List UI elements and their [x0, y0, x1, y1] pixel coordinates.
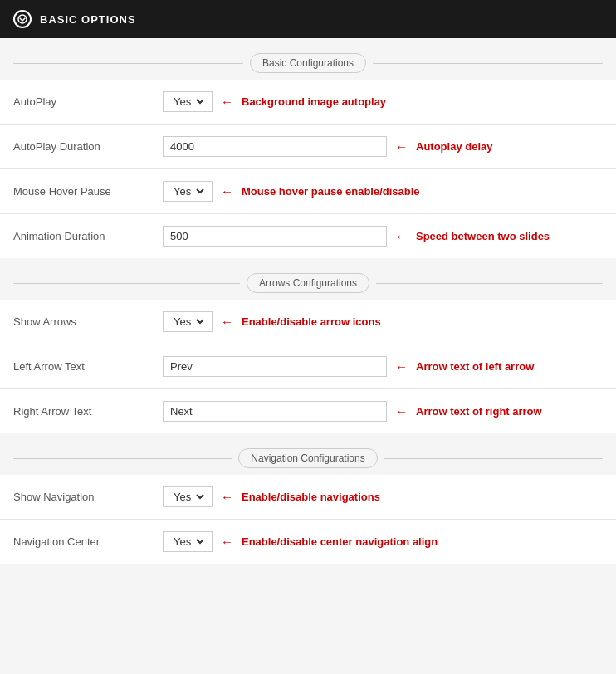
- left-arrow-text-input-wrap: ← Arrow text of left arrow: [163, 356, 603, 377]
- navigation-config-label: Navigation Configurations: [238, 448, 377, 468]
- mouse-hover-pause-select[interactable]: Yes No: [169, 184, 207, 198]
- animation-duration-input[interactable]: [163, 226, 387, 247]
- animation-duration-input-wrap: ← Speed between two slides: [163, 226, 603, 247]
- left-arrow-text-annotation-text: Arrow text of left arrow: [416, 360, 534, 373]
- mouse-hover-pause-annotation: ← Mouse hover pause enable/disable: [221, 184, 420, 198]
- left-arrow-text-annotation: ← Arrow text of left arrow: [395, 359, 534, 374]
- right-arrow-text-row: Right Arrow Text ← Arrow text of right a…: [0, 389, 616, 433]
- show-arrows-annotation: ← Enable/disable arrow icons: [221, 315, 381, 329]
- basic-config-label: Basic Configurations: [250, 53, 366, 73]
- left-arrow-text-label: Left Arrow Text: [13, 360, 163, 373]
- right-arrow-text-annotation: ← Arrow text of right arrow: [395, 404, 542, 418]
- show-navigation-row: Show Navigation Yes No ← Enable/disable …: [0, 475, 616, 520]
- svg-point-0: [18, 15, 27, 23]
- autoplay-annotation: ← Background image autoplay: [221, 95, 386, 109]
- mouse-hover-pause-annotation-text: Mouse hover pause enable/disable: [242, 185, 420, 198]
- autoplay-input-wrap: Yes No ← Background image autoplay: [163, 91, 603, 112]
- right-arrow-text-annotation-text: Arrow text of right arrow: [416, 405, 542, 418]
- show-navigation-select-wrap[interactable]: Yes No: [163, 486, 213, 507]
- show-navigation-annotation: ← Enable/disable navigations: [221, 490, 380, 504]
- basic-configurations-group: Basic Configurations AutoPlay Yes No ← B…: [0, 53, 616, 258]
- autoplay-select[interactable]: Yes No: [169, 95, 207, 109]
- show-arrows-input-wrap: Yes No ← Enable/disable arrow icons: [163, 311, 603, 332]
- mouse-hover-pause-select-wrap[interactable]: Yes No: [163, 181, 213, 202]
- left-arrow-text-arrow-icon: ←: [395, 359, 408, 374]
- mouse-hover-pause-arrow-icon: ←: [221, 184, 233, 198]
- show-arrows-annotation-text: Enable/disable arrow icons: [242, 315, 381, 328]
- right-arrow-text-input-wrap: ← Arrow text of right arrow: [163, 401, 603, 422]
- mouse-hover-pause-row: Mouse Hover Pause Yes No ← Mouse hover p…: [0, 169, 616, 214]
- panel-content: Basic Configurations AutoPlay Yes No ← B…: [0, 53, 616, 564]
- mouse-hover-pause-label: Mouse Hover Pause: [13, 185, 163, 198]
- right-arrow-text-input[interactable]: [163, 401, 387, 422]
- navigation-center-annotation: ← Enable/disable center navigation align: [221, 535, 438, 549]
- panel-header: BASIC OPTIONS: [0, 0, 616, 38]
- animation-duration-label: Animation Duration: [13, 230, 163, 242]
- collapse-icon[interactable]: [13, 10, 32, 28]
- animation-duration-row: Animation Duration ← Speed between two s…: [0, 214, 616, 258]
- navigation-center-annotation-text: Enable/disable center navigation align: [242, 535, 438, 548]
- autoplay-arrow-icon: ←: [221, 95, 233, 109]
- autoplay-duration-row: AutoPlay Duration ← Autoplay delay: [0, 125, 616, 169]
- autoplay-duration-arrow-icon: ←: [395, 139, 408, 154]
- arrows-config-label: Arrows Configurations: [247, 273, 369, 293]
- autoplay-duration-input[interactable]: [163, 136, 387, 157]
- right-arrow-text-label: Right Arrow Text: [13, 405, 163, 418]
- show-navigation-arrow-icon: ←: [221, 490, 233, 504]
- autoplay-duration-annotation: ← Autoplay delay: [395, 139, 492, 154]
- basic-config-divider: Basic Configurations: [13, 53, 603, 73]
- navigation-center-select-wrap[interactable]: Yes No: [163, 531, 213, 552]
- right-arrow-text-arrow-icon: ←: [395, 404, 408, 418]
- show-navigation-annotation-text: Enable/disable navigations: [242, 491, 380, 503]
- show-navigation-label: Show Navigation: [13, 491, 163, 503]
- autoplay-label: AutoPlay: [13, 95, 163, 108]
- navigation-center-row: Navigation Center Yes No ← Enable/disabl…: [0, 520, 616, 564]
- animation-duration-annotation: ← Speed between two slides: [395, 229, 550, 243]
- navigation-center-arrow-icon: ←: [221, 535, 233, 549]
- show-navigation-input-wrap: Yes No ← Enable/disable navigations: [163, 486, 603, 507]
- arrows-configurations-group: Arrows Configurations Show Arrows Yes No…: [0, 273, 616, 433]
- show-arrows-select[interactable]: Yes No: [169, 315, 207, 329]
- navigation-configurations-group: Navigation Configurations Show Navigatio…: [0, 448, 616, 564]
- navigation-config-divider: Navigation Configurations: [13, 448, 603, 468]
- navigation-center-select[interactable]: Yes No: [169, 535, 207, 549]
- autoplay-select-wrap[interactable]: Yes No: [163, 91, 213, 112]
- autoplay-annotation-text: Background image autoplay: [242, 95, 386, 108]
- left-arrow-text-row: Left Arrow Text ← Arrow text of left arr…: [0, 344, 616, 389]
- panel-title: BASIC OPTIONS: [40, 13, 136, 26]
- autoplay-duration-input-wrap: ← Autoplay delay: [163, 136, 603, 157]
- show-navigation-select[interactable]: Yes No: [169, 490, 207, 504]
- navigation-center-input-wrap: Yes No ← Enable/disable center navigatio…: [163, 531, 603, 552]
- autoplay-row: AutoPlay Yes No ← Background image autop…: [0, 80, 616, 125]
- animation-duration-annotation-text: Speed between two slides: [416, 230, 550, 242]
- arrows-config-divider: Arrows Configurations: [13, 273, 603, 293]
- autoplay-duration-annotation-text: Autoplay delay: [416, 140, 492, 153]
- show-arrows-row: Show Arrows Yes No ← Enable/disable arro…: [0, 300, 616, 344]
- autoplay-duration-label: AutoPlay Duration: [13, 140, 163, 153]
- mouse-hover-pause-input-wrap: Yes No ← Mouse hover pause enable/disabl…: [163, 181, 603, 202]
- left-arrow-text-input[interactable]: [163, 356, 387, 377]
- animation-duration-arrow-icon: ←: [395, 229, 408, 243]
- navigation-center-label: Navigation Center: [13, 535, 163, 548]
- show-arrows-arrow-icon: ←: [221, 315, 233, 329]
- show-arrows-label: Show Arrows: [13, 315, 163, 328]
- show-arrows-select-wrap[interactable]: Yes No: [163, 311, 213, 332]
